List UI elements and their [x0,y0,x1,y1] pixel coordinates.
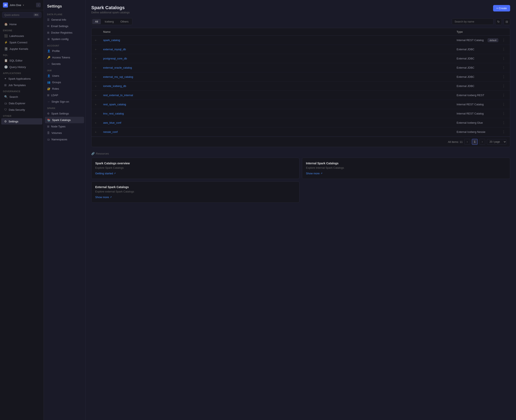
catalog-name[interactable]: nessie_conf [103,130,457,134]
collapse-sidebar-button[interactable]: ‹ [36,3,41,7]
show-more-link[interactable]: Show more ↗ [306,172,506,175]
row-actions: ⋮ [498,65,507,70]
sidebar-item-lakehouses[interactable]: ⬛ Lakehouses [1,33,42,39]
getting-started-link[interactable]: Getting started ↗ [95,172,295,175]
expand-icon[interactable]: + [95,57,103,60]
sidebar-item-label: SQL Editor [9,59,22,62]
settings-item-ldap[interactable]: ⊞ LDAP [44,92,85,98]
settings-item-label: Secrets [52,62,61,66]
sidebar-item-search[interactable]: 🔍 Search [1,94,42,100]
current-page-button[interactable]: 1 [472,139,478,145]
sidebar-item-job-templates[interactable]: ⊞ Job Templates [1,82,42,88]
catalog-name[interactable]: aws_blue_conf [103,121,457,124]
user-menu[interactable]: JD John Doe ▾ [3,2,24,8]
settings-icon: ⚙ [4,120,7,123]
more-options-button[interactable]: ⋮ [501,111,507,116]
more-options-button[interactable]: ⋮ [501,129,507,134]
filter-button[interactable]: ⊟ [503,18,510,25]
catalog-name[interactable]: postgresql_core_db [103,57,457,60]
sidebar-item-label: Search [9,95,18,98]
settings-item-spark-settings[interactable]: ⚙ Spark Settings [44,110,85,117]
settings-item-volumes[interactable]: 🗄 Volumes [44,130,85,136]
catalog-name[interactable]: rest_spark_catalog [103,103,457,106]
more-options-button[interactable]: ⋮ [501,120,507,125]
resources-grid: Spark Catalogs overview Explore Spark Ca… [91,158,510,203]
settings-item-system-config[interactable]: 🖥 System config [44,36,85,42]
settings-item-spark-catalogs[interactable]: 📚 Spark Catalogs [45,117,84,123]
quick-actions-bar[interactable]: Quick actions ⌘K [2,12,42,18]
catalog-name[interactable]: iomete_iceberg_db [103,84,457,88]
more-options-button[interactable]: ⋮ [501,75,507,79]
settings-item-roles[interactable]: 🔐 Roles [44,85,85,92]
page-size-select[interactable]: 20 / page 50 / page 100 / page [487,139,507,144]
expand-icon[interactable]: + [95,75,103,79]
prev-page-button[interactable]: ‹ [464,139,470,145]
search-input[interactable] [452,18,494,25]
settings-item-label: Access Tokens [52,56,70,59]
expand-icon[interactable]: + [95,130,103,134]
sidebar-item-data-security[interactable]: 🛡 Data Security [1,106,42,113]
sidebar-item-label: Spark Connect [9,41,27,44]
settings-item-docker-registries[interactable]: ⊞ Docker Registries [44,30,85,36]
settings-item-namespaces[interactable]: 🗂 Namespaces [44,136,85,143]
sidebar-item-jupyter-kernels[interactable]: 📓 Jupyter Kernels [1,46,42,52]
groups-icon: 👥 [47,81,51,84]
more-options-button[interactable]: ⋮ [501,38,507,43]
filter-tab-iceberg[interactable]: Iceberg [102,19,117,24]
filter-tab-others[interactable]: Others [118,19,132,24]
settings-section-data-plane: Data Plane [44,11,85,16]
settings-item-secrets[interactable]: ↔ Secrets [44,61,85,67]
settings-item-general-info[interactable]: ☰ General Info [44,16,85,23]
settings-item-profile[interactable]: 👤 Profile [44,48,85,54]
create-button[interactable]: + Create [493,5,510,11]
catalog-name[interactable]: external_oracle_catalog [103,66,457,69]
page-title: Spark Catalogs [91,5,130,10]
sidebar-item-home[interactable]: 🏠 Home [1,21,42,27]
sidebar-item-label: Data Security [9,108,25,111]
more-options-button[interactable]: ⋮ [501,84,507,88]
filter-tab-all[interactable]: All [92,19,101,24]
catalog-name[interactable]: external_mysql_db [103,48,457,51]
expand-icon[interactable]: + [95,103,103,106]
show-more-link[interactable]: Show more ↗ [95,196,295,199]
settings-item-users[interactable]: 👤 Users [44,73,85,79]
expand-icon[interactable]: + [95,112,103,115]
more-options-button[interactable]: ⋮ [501,56,507,61]
more-options-button[interactable]: ⋮ [501,102,507,107]
email-settings-icon: ✉ [47,25,49,28]
settings-panel-title: Settings [44,0,85,11]
expand-icon[interactable]: + [95,94,103,97]
more-options-button[interactable]: ⋮ [501,65,507,70]
next-page-button[interactable]: › [479,139,485,145]
more-options-button[interactable]: ⋮ [501,93,507,98]
expand-icon[interactable]: + [95,66,103,69]
settings-item-email-settings[interactable]: ✉ Email Settings [44,23,85,30]
sidebar-item-data-explorer[interactable]: 🗂 Data Explorer [1,100,42,106]
catalog-name[interactable]: tmx_rest_catalog [103,112,457,115]
expand-icon[interactable]: + [95,84,103,88]
resource-card-internal: Internal Spark Catalogs Explore internal… [302,158,510,179]
profile-icon: 👤 [47,49,51,52]
sidebar-item-spark-connect[interactable]: ⚡ Spark Connect [1,39,42,45]
sidebar-item-query-history[interactable]: 🕐 Query History [1,64,42,70]
catalog-name[interactable]: external_ms_sql_catalog [103,75,457,78]
sidebar-item-sql-editor[interactable]: 📋 SQL Editor [1,57,42,64]
expand-icon[interactable]: + [95,48,103,51]
namespaces-icon: 🗂 [47,138,50,141]
catalog-name[interactable]: rest_external_to_internal [103,94,457,97]
refresh-button[interactable]: ↻ [495,18,502,25]
settings-item-single-sign-on[interactable]: → Single Sign-on [44,98,85,105]
settings-item-label: Namespaces [52,138,67,141]
settings-item-label: Email Settings [51,25,68,28]
sidebar-item-settings[interactable]: ⚙ Settings [1,118,42,125]
more-options-button[interactable]: ⋮ [501,47,507,52]
catalog-name[interactable]: spark_catalog [103,38,457,42]
search-icon: 🔍 [4,95,8,98]
roles-icon: 🔐 [47,87,51,90]
expand-icon[interactable]: + [95,121,103,125]
settings-item-node-types[interactable]: ⊞ Node Types [44,123,85,130]
settings-item-groups[interactable]: 👥 Groups [44,79,85,85]
settings-item-access-tokens[interactable]: 🔑 Access Tokens [44,54,85,61]
sidebar-item-spark-applications[interactable]: ✦ Spark Applications [1,75,42,82]
expand-icon[interactable]: + [95,38,103,42]
